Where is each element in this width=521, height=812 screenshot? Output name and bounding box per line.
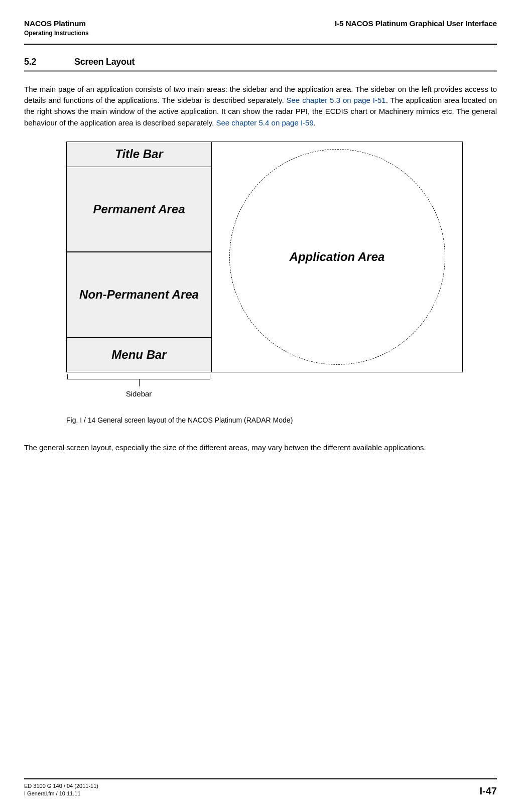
para1-text3: . bbox=[314, 118, 316, 127]
application-area-circle: Application Area bbox=[229, 149, 445, 365]
sidebar-column: Title Bar Permanent Area Non-Permanent A… bbox=[67, 142, 212, 372]
footer-rule bbox=[24, 778, 497, 779]
section-rule bbox=[24, 70, 497, 72]
page-header: NACOS Platinum Operating Instructions I-… bbox=[24, 19, 497, 37]
xref-5-4[interactable]: See chapter 5.4 on page I-59 bbox=[216, 118, 313, 127]
page-number: I-47 bbox=[480, 785, 497, 797]
sidebar-bracket bbox=[66, 372, 211, 391]
non-permanent-area-region: Non-Permanent Area bbox=[67, 252, 211, 338]
header-rule bbox=[24, 44, 497, 45]
title-bar-region: Title Bar bbox=[67, 142, 211, 167]
header-left-sub: Operating Instructions bbox=[24, 30, 89, 37]
intro-paragraph: The main page of an application consists… bbox=[24, 84, 497, 128]
closing-paragraph: The general screen layout, especially th… bbox=[24, 442, 497, 453]
header-left-title: NACOS Platinum bbox=[24, 19, 89, 28]
page-footer: ED 3100 G 140 / 04 (2011-11) I General.f… bbox=[24, 778, 497, 797]
footer-line1: ED 3100 G 140 / 04 (2011-11) bbox=[24, 782, 98, 789]
application-area-column: Application Area bbox=[212, 142, 462, 372]
section-number: 5.2 bbox=[24, 57, 44, 67]
header-right-title: I-5 NACOS Platinum Graphical User Interf… bbox=[335, 19, 497, 28]
menu-bar-region: Menu Bar bbox=[67, 338, 211, 372]
footer-line2: I General.fm / 10.11.11 bbox=[24, 790, 98, 797]
section-heading: 5.2 Screen Layout bbox=[24, 57, 497, 67]
permanent-area-region: Permanent Area bbox=[67, 167, 211, 252]
layout-diagram: Title Bar Permanent Area Non-Permanent A… bbox=[66, 142, 463, 372]
section-title: Screen Layout bbox=[74, 57, 135, 67]
figure: Title Bar Permanent Area Non-Permanent A… bbox=[66, 142, 463, 398]
xref-5-3[interactable]: See chapter 5.3 on page I-51 bbox=[287, 96, 386, 104]
figure-caption: Fig. I / 14 General screen layout of the… bbox=[66, 416, 497, 424]
